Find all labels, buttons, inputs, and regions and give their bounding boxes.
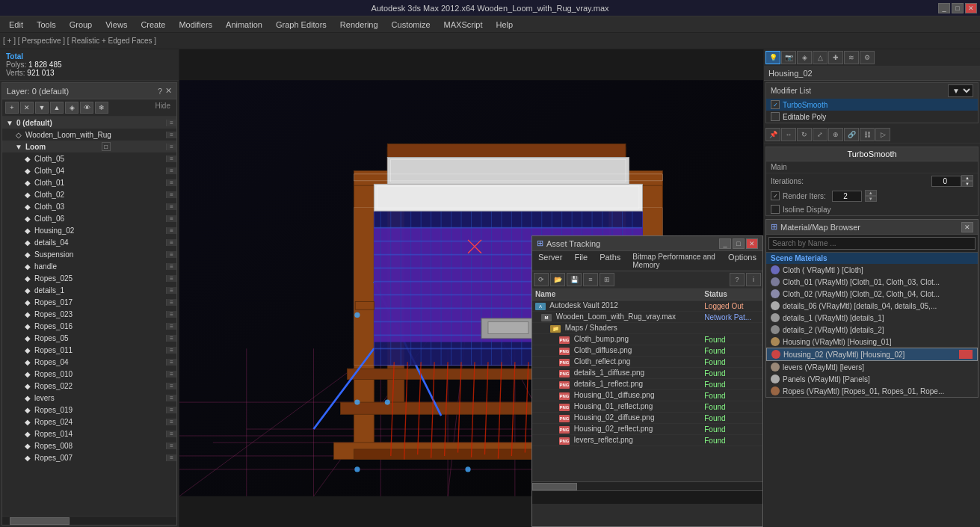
mat-item-details1[interactable]: details_1 (VRayMtl) [details_1]: [766, 312, 978, 324]
layer-item-ropes014[interactable]: ◆ Ropes_014 ≡: [2, 428, 176, 440]
layer-freeze-btn[interactable]: ❄: [95, 102, 108, 114]
pin-icon[interactable]: 📌: [765, 128, 780, 141]
layer-item-wooden-loom[interactable]: ◇ Wooden_Loom_with_Rug ≡: [2, 129, 176, 141]
menu-help[interactable]: Help: [490, 19, 520, 31]
asset-info-btn[interactable]: i: [746, 273, 761, 286]
asset-close-btn[interactable]: ✕: [746, 238, 758, 249]
modifier-check-turbosmooth[interactable]: ✓: [771, 100, 780, 109]
asset-row-levers-ref[interactable]: PNG levers_reflect.png Found: [532, 435, 762, 446]
iterations-down[interactable]: ▼: [961, 181, 973, 187]
asset-row-housing02-ref[interactable]: PNG Housing_02_reflect.png Found: [532, 424, 762, 435]
asset-maximize-btn[interactable]: □: [733, 238, 745, 249]
layer-item-ropes017[interactable]: ◆ Ropes_017 ≡: [2, 296, 176, 308]
asset-row-maps[interactable]: 📁 Maps / Shaders: [532, 323, 762, 334]
unlink-icon[interactable]: ⛓: [860, 128, 875, 141]
viewport-3d[interactable]: ⊞ Asset Tracking _ □ ✕ Server File Paths…: [179, 49, 763, 527]
asset-row-max[interactable]: M Wooden_Loom_with_Rug_vray.max Network …: [532, 312, 762, 323]
asset-help-btn[interactable]: ?: [730, 273, 745, 286]
menu-animation[interactable]: Animation: [220, 19, 268, 31]
asset-menu-paths[interactable]: Paths: [594, 251, 626, 271]
mat-item-housing[interactable]: Housing (VRayMtl) [Housing_01]: [766, 336, 978, 348]
layer-item-cloth04[interactable]: ◆ Cloth_04 ≡: [2, 164, 176, 176]
layer-add-btn[interactable]: ▼: [35, 102, 49, 114]
layer-close-icon[interactable]: ✕: [165, 86, 172, 96]
maximize-button[interactable]: □: [952, 3, 964, 13]
layer-item-ropes016[interactable]: ◆ Ropes_016 ≡: [2, 320, 176, 332]
layer-hide-btn[interactable]: 👁: [80, 102, 93, 114]
mat-item-cloth02[interactable]: Cloth_02 (VRayMtl) [Cloth_02, Cloth_04, …: [766, 288, 978, 300]
asset-menu-file[interactable]: File: [568, 251, 594, 271]
mat-item-cloth[interactable]: Cloth ( VRayMtl ) [Cloth]: [766, 264, 978, 276]
layer-item-ropes008[interactable]: ◆ Ropes_008 ≡: [2, 440, 176, 452]
layer-item-ropes007[interactable]: ◆ Ropes_007 ≡: [2, 452, 176, 463]
layer-item-cloth02[interactable]: ◆ Cloth_02 ≡: [2, 188, 176, 200]
asset-grid-btn[interactable]: ⊞: [600, 273, 614, 286]
menu-modifiers[interactable]: Modifiers: [173, 19, 218, 31]
menu-maxscript[interactable]: MAXScript: [438, 19, 489, 31]
modifier-turbosmooth[interactable]: ✓ TurboSmooth: [766, 99, 978, 111]
render-iters-input[interactable]: [832, 191, 862, 202]
isoline-checkbox[interactable]: [771, 205, 780, 214]
mat-close-btn[interactable]: ✕: [961, 222, 973, 232]
render-iters-checkbox[interactable]: ✓: [771, 191, 780, 200]
layer-scroll-thumb[interactable]: [10, 517, 70, 525]
mat-item-housing02[interactable]: Housing_02 (VRayMtl) [Housing_02]: [766, 348, 978, 361]
layer-item-details04[interactable]: ◆ details_04 ≡: [2, 236, 176, 248]
asset-minimize-btn[interactable]: _: [719, 238, 731, 249]
asset-row-housing02-diff[interactable]: PNG Housing_02_diffuse.png Found: [532, 413, 762, 424]
layer-item-cloth05[interactable]: ◆ Cloth_05 ≡: [2, 152, 176, 164]
close-button[interactable]: ✕: [965, 3, 977, 13]
iterations-up[interactable]: ▲: [961, 175, 973, 181]
layer-item-ropes04[interactable]: ◆ Ropes_04 ≡: [2, 356, 176, 368]
layer-item-ropes024[interactable]: ◆ Ropes_024 ≡: [2, 416, 176, 428]
minimize-button[interactable]: _: [938, 3, 950, 13]
asset-save-btn[interactable]: 💾: [567, 273, 582, 286]
modifier-editablepoly[interactable]: Editable Poly: [766, 111, 978, 123]
layer-item-ropes023[interactable]: ◆ Ropes_023 ≡: [2, 308, 176, 320]
layer-item-ropes011[interactable]: ◆ Ropes_011 ≡: [2, 344, 176, 356]
question-icon[interactable]: ?: [158, 87, 162, 96]
asset-row-housing01-diff[interactable]: PNG Housing_01_diffuse.png Found: [532, 390, 762, 401]
asset-row-details1-diff[interactable]: PNG details_1_diffuse.png Found: [532, 368, 762, 379]
mat-item-details06[interactable]: details_06 (VRayMtl) [details_04, detail…: [766, 300, 978, 312]
asset-menu-server[interactable]: Server: [532, 251, 568, 271]
asset-refresh-btn[interactable]: ⟳: [534, 273, 549, 286]
asset-scrollbar-thumb[interactable]: [532, 483, 577, 490]
iterations-input[interactable]: [931, 176, 961, 187]
geom-icon[interactable]: ◈: [797, 51, 812, 64]
asset-row-cloth-diffuse[interactable]: PNG Cloth_diffuse.png Found: [532, 345, 762, 357]
mat-item-cloth01[interactable]: Cloth_01 (VRayMtl) [Cloth_01, Cloth_03, …: [766, 276, 978, 288]
layer-item-ropes05[interactable]: ◆ Ropes_05 ≡: [2, 332, 176, 344]
layer-item-loom[interactable]: ▼ Loom □ ≡: [2, 141, 176, 152]
layer-new-btn[interactable]: +: [5, 102, 19, 114]
layer-item-ropes025[interactable]: ◆ Ropes_025 ≡: [2, 272, 176, 284]
layer-item-ropes019[interactable]: ◆ Ropes_019 ≡: [2, 404, 176, 416]
layer-item-cloth03[interactable]: ◆ Cloth_03 ≡: [2, 200, 176, 212]
layer-item-cloth06[interactable]: ◆ Cloth_06 ≡: [2, 212, 176, 224]
layer-item-levers[interactable]: ◆ levers ≡: [2, 392, 176, 404]
layer-delete-btn[interactable]: ✕: [20, 102, 34, 114]
layer-select-btn[interactable]: ◈: [65, 102, 78, 114]
asset-row-cloth-reflect[interactable]: PNG Cloth_reflect.png Found: [532, 357, 762, 368]
menu-create[interactable]: Create: [135, 19, 171, 31]
mat-item-ropes[interactable]: Ropes (VRayMtl) [Ropes_01, Ropes_01, Rop…: [766, 385, 978, 397]
asset-list-btn[interactable]: ≡: [583, 273, 598, 286]
asset-row-cloth-bump[interactable]: PNG Cloth_bump.png Found: [532, 334, 762, 345]
move-icon[interactable]: ↔: [781, 128, 796, 141]
helper-icon[interactable]: ✚: [828, 51, 843, 64]
scale-icon[interactable]: ⤢: [813, 128, 828, 141]
layer-item-housing02[interactable]: ◆ Housing_02 ≡: [2, 224, 176, 236]
space-warp-icon[interactable]: ≋: [844, 51, 859, 64]
asset-row-housing01-ref[interactable]: PNG Housing_01_reflect.png Found: [532, 401, 762, 413]
menu-rendering[interactable]: Rendering: [334, 19, 384, 31]
modifier-dropdown[interactable]: ▼: [948, 84, 973, 97]
layer-item-handle[interactable]: ◆ handle ≡: [2, 260, 176, 272]
asset-menu-bitmap[interactable]: Bitmap Performance and Memory: [626, 251, 722, 271]
link-icon[interactable]: 🔗: [844, 128, 859, 141]
asset-row-vault[interactable]: A Autodesk Vault 2012 Logged Out: [532, 301, 762, 312]
layer-item-suspension[interactable]: ◆ Suspension ≡: [2, 248, 176, 260]
layer-item-ropes022[interactable]: ◆ Ropes_022 ≡: [2, 380, 176, 392]
modifier-check-editablepoly[interactable]: [771, 112, 780, 121]
layer-item-default[interactable]: ▼ 0 (default) ≡: [2, 117, 176, 129]
sys-icon[interactable]: ⚙: [860, 51, 875, 64]
